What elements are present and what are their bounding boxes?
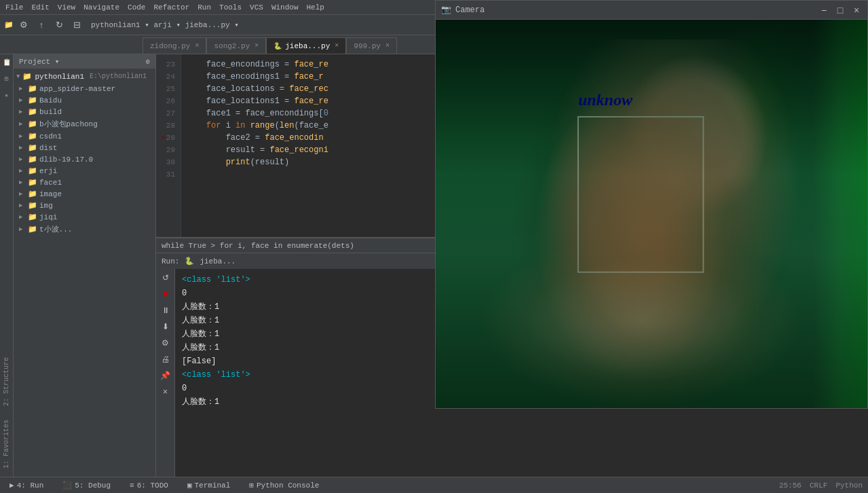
folder-icon: 📁	[28, 84, 37, 93]
menu-edit[interactable]: Edit	[31, 3, 49, 12]
tab-label: 999.py	[354, 42, 381, 50]
sidebar-item-face1[interactable]: ▶ 📁 face1	[14, 177, 155, 188]
folder-icon: 📁	[28, 107, 37, 116]
tab-close-song2[interactable]: ×	[254, 42, 259, 50]
sidebar-item-dist[interactable]: ▶ 📁 dist	[14, 142, 155, 153]
menu-navigate[interactable]: Navigate	[83, 3, 119, 12]
camera-titlebar: 📷 Camera − □ ×	[436, 1, 867, 20]
menu-tools[interactable]: Tools	[219, 3, 242, 12]
menu-window[interactable]: Window	[271, 3, 299, 12]
arrow-icon: ▶	[19, 156, 26, 163]
terminal-icon: ▣	[187, 481, 192, 490]
item-label: face1	[39, 179, 62, 187]
refresh-btn[interactable]: ↻	[52, 18, 67, 33]
menu-run[interactable]: Run	[197, 3, 211, 12]
minimize-btn[interactable]: −	[818, 5, 829, 16]
menu-code[interactable]: Code	[128, 3, 145, 12]
sidebar-item-csdn1[interactable]: ▶ 📁 csdn1	[14, 130, 155, 142]
collapse-btn[interactable]: ⊟	[69, 18, 84, 33]
sidebar-item-baidu[interactable]: ▶ 📁 Baidu	[14, 94, 155, 106]
sidebar-item-image[interactable]: ▶ 📁 image	[14, 188, 155, 200]
structure-strip[interactable]: ⊞	[1, 73, 12, 84]
settings-run-btn[interactable]: ⚙	[158, 335, 173, 350]
arrow-icon: ▶	[19, 179, 26, 186]
sidebar-item-twave[interactable]: ▶ 📁 t小波...	[14, 223, 155, 236]
scroll-btn[interactable]: ⬇	[158, 319, 173, 334]
todo-tab-label: 6: TODO	[137, 481, 168, 490]
item-label: erji	[39, 167, 57, 175]
project-strip[interactable]: 📋	[1, 57, 12, 68]
statusbar-terminal[interactable]: ▣ Terminal	[183, 477, 234, 494]
statusbar-debug[interactable]: ⬛ 5: Debug	[58, 477, 115, 494]
sidebar-item-pachong[interactable]: ▶ 📁 b小波包pachong	[14, 117, 155, 130]
tab-song2[interactable]: song2.py ×	[206, 37, 266, 54]
structure-label: 2: Structure	[1, 354, 12, 409]
statusbar-todo[interactable]: ≡ 6: TODO	[126, 477, 172, 494]
status-encoding: CRLF	[810, 481, 827, 490]
camera-icon: 📷	[441, 5, 451, 15]
menu-help[interactable]: Help	[307, 3, 324, 12]
maximize-btn[interactable]: □	[835, 5, 846, 16]
tab-close-jieba[interactable]: ×	[335, 42, 339, 50]
camera-window: 📷 Camera − □ × unknow	[435, 0, 868, 409]
line-num: 24	[162, 71, 175, 83]
folder-icon: 📁	[28, 201, 37, 210]
root-path: E:\pythonlian1	[90, 73, 147, 80]
close-run-btn[interactable]: ×	[158, 384, 173, 399]
pin-btn[interactable]: 📌	[158, 368, 173, 383]
close-camera-btn[interactable]: ×	[851, 5, 862, 16]
menu-vcs[interactable]: VCS	[250, 3, 263, 12]
sidebar-header[interactable]: Project ▾ ⚙	[14, 54, 155, 69]
tab-999[interactable]: 999.py ×	[346, 37, 397, 54]
tab-label: song2.py	[214, 42, 250, 50]
settings-btn[interactable]: ⚙	[16, 18, 31, 33]
statusbar-python-console[interactable]: ⊞ Python Console	[245, 477, 323, 494]
line-num: 27	[162, 107, 175, 120]
item-label: img	[39, 202, 53, 210]
sidebar-item-build[interactable]: ▶ 📁 build	[14, 106, 155, 117]
statusbar-right: 25:56 CRLF Python	[779, 481, 863, 490]
menu-refactor[interactable]: Refactor	[153, 3, 189, 12]
folder-icon: 📁	[28, 155, 37, 164]
sidebar-item-erji[interactable]: ▶ 📁 erji	[14, 165, 155, 177]
arrow-icon: ▶	[19, 108, 26, 115]
tree-root-pythonlian1[interactable]: ▼ 📁 pythonlian1 E:\pythonlian1	[14, 70, 155, 83]
up-btn[interactable]: ↑	[34, 18, 49, 33]
sidebar-item-img[interactable]: ▶ 📁 img	[14, 200, 155, 211]
menu-file[interactable]: File	[5, 3, 23, 12]
status-position: 25:56	[779, 481, 801, 490]
breakpoint-icon: ●	[162, 132, 165, 144]
project-icon: 📁	[4, 20, 14, 29]
stop-btn[interactable]: ■	[158, 287, 173, 302]
folder-icon: 📁	[28, 132, 37, 141]
favorites-label: 1: Favorites	[1, 417, 12, 471]
sidebar-item-dlib[interactable]: ▶ 📁 dlib-19.17.0	[14, 153, 155, 165]
sidebar-item-jiqi[interactable]: ▶ 📁 jiqi	[14, 211, 155, 223]
run-tab-label: 4: Run	[17, 481, 44, 490]
rerun-btn[interactable]: ↺	[158, 270, 173, 285]
pause-btn[interactable]: ⏸	[158, 303, 173, 318]
sidebar-item-app-spider[interactable]: ▶ 📁 app_spider-master	[14, 83, 155, 94]
sidebar-gear[interactable]: ⚙	[146, 58, 150, 66]
left-strip: 📋 ⊞ ★ 2: Structure 1: Favorites	[0, 54, 14, 477]
item-label: jiqi	[39, 213, 57, 221]
statusbar-run[interactable]: ▶ 4: Run	[5, 477, 48, 494]
run-label: Run:	[162, 257, 179, 266]
menu-view[interactable]: View	[58, 3, 75, 12]
run-file: jieba...	[200, 257, 235, 266]
tab-zidong[interactable]: zidong.py ×	[143, 37, 206, 54]
tab-close-999[interactable]: ×	[385, 42, 390, 50]
item-label: csdn1	[39, 132, 62, 141]
line-num: ●28	[162, 132, 175, 144]
folder-icon: 📁	[28, 96, 37, 105]
python-icon: 🐍	[273, 42, 282, 50]
folder-icon: 📁	[28, 189, 37, 198]
tab-close-zidong[interactable]: ×	[195, 42, 199, 50]
favorites-strip[interactable]: ★	[1, 90, 12, 101]
print-btn[interactable]: 🖨	[158, 352, 173, 367]
line-num: 25	[162, 83, 175, 95]
tab-label: jieba...py	[285, 42, 330, 50]
tab-jieba[interactable]: 🐍 jieba...py ×	[266, 37, 346, 54]
folder-icon: 📁	[28, 166, 37, 175]
arrow-icon: ▶	[19, 225, 26, 233]
